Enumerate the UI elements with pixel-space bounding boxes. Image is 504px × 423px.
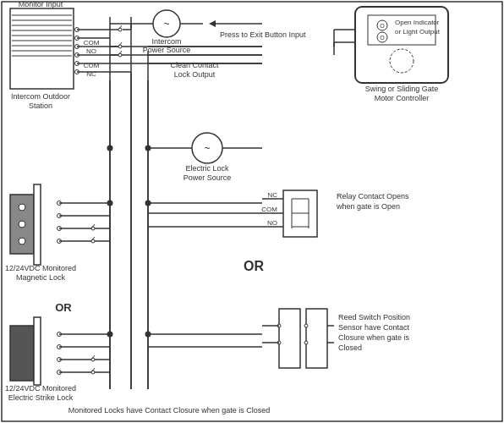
or-bottom-label: OR (244, 259, 264, 273)
or-top-label: OR (55, 301, 72, 314)
relay-contact-label2: when gate is Open (336, 202, 400, 211)
swing-gate-label2: Motor Controller (375, 94, 430, 102)
svg-rect-108 (306, 309, 327, 368)
svg-rect-107 (279, 309, 300, 368)
svg-point-61 (19, 221, 25, 228)
svg-point-93 (145, 146, 151, 151)
open-indicator-label2: or Light Output (395, 28, 441, 36)
com-relay-label: COM (261, 206, 277, 213)
svg-point-83 (91, 239, 95, 243)
svg-text:~: ~ (204, 142, 210, 154)
electric-strike-label: 12/24VDC Monitored (5, 384, 76, 393)
nc-relay-label: NC (267, 191, 277, 199)
svg-point-85 (91, 358, 95, 361)
svg-point-44 (118, 45, 122, 48)
clean-contact-label2: Lock Output (174, 70, 216, 79)
swing-gate-label: Swing or Sliding Gate (365, 85, 439, 93)
monitor-input-label: Monitor Input (19, 0, 63, 8)
no-label: NO (86, 47, 96, 55)
nc-label: NC (86, 70, 96, 78)
svg-point-87 (91, 371, 95, 374)
com2-label: COM (84, 62, 100, 69)
electric-lock-power-label: Electric Lock (185, 164, 229, 173)
relay-contact-label: Relay Contact Opens (337, 192, 409, 201)
svg-text:O: O (380, 35, 385, 41)
svg-point-41 (118, 28, 122, 31)
reed-switch-label4: Closed (338, 343, 362, 352)
intercom-power-label: Intercom (151, 37, 181, 46)
electric-strike-label2: Electric Strike Lock (8, 393, 74, 402)
wiring-diagram: Monitor Input Intercom Outdoor Station ~… (0, 0, 504, 423)
reed-switch-label2: Sensor have Contact (338, 323, 410, 332)
svg-text:O: O (380, 23, 385, 29)
magnetic-lock-label: 12/24VDC Monitored (5, 264, 76, 272)
svg-point-110 (304, 324, 308, 327)
svg-point-47 (118, 53, 122, 57)
svg-point-60 (19, 204, 25, 211)
svg-point-96 (107, 332, 113, 338)
svg-rect-68 (34, 317, 41, 385)
no-relay-label: NO (267, 219, 277, 227)
svg-point-94 (107, 201, 113, 206)
svg-point-92 (107, 146, 113, 151)
reed-switch-label: Reed Switch Position (338, 313, 410, 321)
electric-lock-power-label2: Power Source (184, 173, 232, 182)
open-indicator-label: Open Indicator (395, 19, 440, 26)
svg-point-81 (91, 227, 95, 230)
svg-point-62 (19, 238, 25, 244)
press-to-exit-label: Press to Exit Button Input (220, 30, 306, 39)
svg-point-112 (304, 341, 308, 344)
clean-contact-label: Clean Contact (170, 61, 219, 69)
magnetic-lock-label2: Magnetic Lock (16, 273, 66, 282)
svg-text:~: ~ (163, 18, 169, 30)
svg-rect-67 (10, 326, 34, 381)
svg-rect-59 (34, 184, 41, 265)
reed-switch-label3: Closure when gate is (338, 333, 410, 342)
intercom-outdoor-label2: Station (29, 102, 52, 110)
intercom-outdoor-label: Intercom Outdoor (11, 92, 70, 101)
monitored-locks-label: Monitored Locks have Contact Closure whe… (68, 406, 271, 415)
com-label: COM (84, 39, 100, 47)
